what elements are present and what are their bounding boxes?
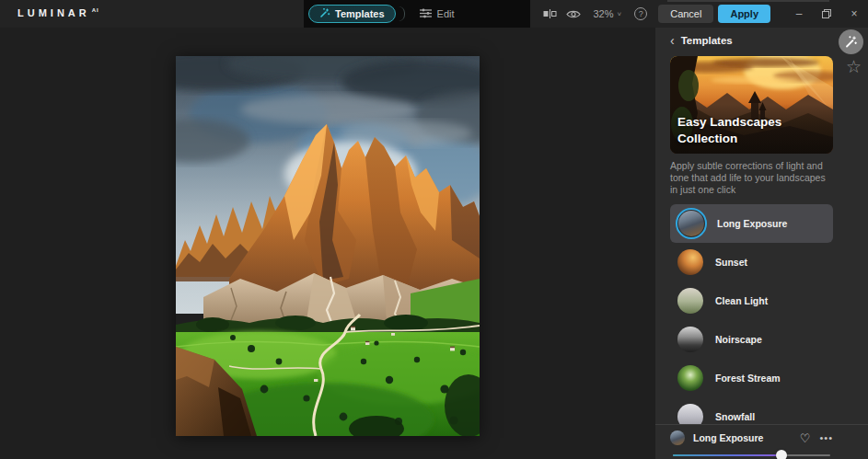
template-amount-slider[interactable] — [673, 452, 830, 459]
tab-templates[interactable]: Templates — [308, 5, 396, 23]
panel-title: Templates — [681, 35, 733, 46]
tab-templates-label: Templates — [335, 8, 385, 19]
compare-button[interactable] — [538, 0, 561, 28]
edit-sliders-icon — [420, 6, 432, 22]
restore-button[interactable] — [813, 0, 840, 28]
titlebar-actions: 32% ˅ ? Cancel Apply – × — [538, 0, 868, 28]
tab-tail-decor — [399, 6, 405, 21]
window-controls: – × — [785, 0, 868, 28]
magic-wand-icon — [319, 6, 330, 22]
noirscape-thumbnail — [677, 327, 703, 352]
main-area: ‹ Templates — [0, 28, 868, 459]
editor-canvas[interactable] — [0, 28, 655, 459]
applied-template-thumbnail — [670, 430, 685, 445]
chevron-left-icon: ‹ — [670, 35, 675, 46]
minimize-button[interactable]: – — [785, 0, 813, 28]
template-row-sunset[interactable]: Sunset — [670, 243, 833, 281]
zoom-level-value: 32% — [593, 8, 613, 19]
template-row-long-exposure[interactable]: Long Exposure — [670, 204, 833, 243]
back-to-templates-button[interactable]: ‹ Templates — [670, 35, 833, 46]
slider-fill — [673, 454, 781, 456]
help-icon: ? — [634, 7, 647, 20]
templates-wand-button[interactable] — [839, 29, 863, 54]
collection-card[interactable]: Easy Landscapes Collection — [670, 56, 833, 154]
apply-button[interactable]: Apply — [718, 5, 770, 23]
long-exposure-thumbnail — [678, 211, 704, 236]
favorite-heart-icon[interactable]: ♡ — [800, 431, 811, 445]
template-list: Long Exposure Sunset Clean Light Noirsca… — [670, 204, 833, 436]
chevron-down-icon: ˅ — [618, 10, 622, 18]
collection-description: Apply subtle corrections of light and to… — [670, 160, 833, 196]
preview-eye-button[interactable] — [561, 0, 585, 28]
help-button[interactable]: ? — [629, 0, 653, 28]
titlebar: LUMINARAI Templates Edit — [0, 0, 868, 28]
slider-knob[interactable] — [776, 450, 787, 459]
clean-light-thumbnail — [677, 288, 703, 314]
templates-panel: ‹ Templates — [655, 28, 868, 459]
tab-edit[interactable]: Edit — [420, 6, 455, 22]
app-logo: LUMINARAI — [17, 7, 99, 18]
panel-rail: ☆ — [833, 28, 868, 459]
luminar-window: LUMINARAI Templates Edit — [0, 0, 868, 459]
applied-template-name: Long Exposure — [693, 432, 800, 443]
photo-preview — [176, 56, 480, 436]
zoom-level-control[interactable]: 32% ˅ — [593, 8, 621, 19]
sunset-thumbnail — [677, 249, 703, 275]
template-row-forest-stream[interactable]: Forest Stream — [670, 359, 833, 397]
template-row-noirscape[interactable]: Noirscape — [670, 320, 833, 359]
close-button[interactable]: × — [840, 0, 868, 28]
more-options-icon[interactable]: ••• — [819, 432, 833, 443]
mode-tabstrip: Templates Edit — [304, 0, 530, 28]
selected-ring — [676, 208, 707, 239]
template-row-clean-light[interactable]: Clean Light — [670, 281, 833, 320]
forest-stream-thumbnail — [677, 365, 703, 391]
collection-title: Easy Landscapes Collection — [677, 114, 781, 147]
tab-edit-label: Edit — [437, 8, 455, 19]
cancel-button[interactable]: Cancel — [658, 5, 713, 23]
favorites-star-icon[interactable]: ☆ — [846, 56, 862, 77]
